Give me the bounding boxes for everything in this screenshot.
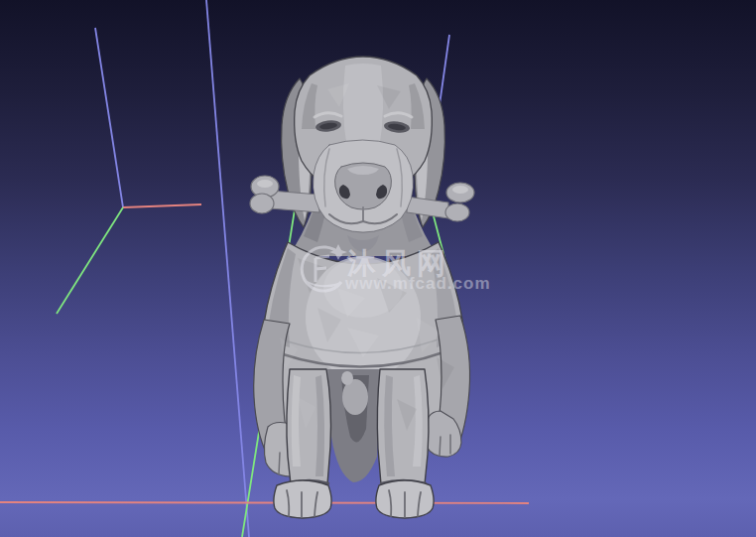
dog-front-leg-right <box>377 369 429 484</box>
dog-forehead-highlight <box>343 64 383 149</box>
bone-knob-left-bottom <box>250 194 274 213</box>
watermark-url-text: www.mfcad.com <box>344 274 491 293</box>
dog-front-leg-left <box>287 369 331 484</box>
dog-front-paw-right <box>376 480 434 518</box>
left-triad-pink-axis <box>123 204 201 207</box>
left-triad-blue-axis <box>95 28 123 207</box>
bone-shaft-left <box>270 191 319 212</box>
3d-viewport[interactable]: 沐风网 www.mfcad.com <box>0 0 756 537</box>
scene-canvas: 沐风网 www.mfcad.com <box>0 0 756 537</box>
dog-belly-bulge-small <box>341 371 353 385</box>
long-blue-line <box>206 0 249 537</box>
bottom-pink-line <box>0 502 529 503</box>
left-triad-green-axis <box>57 207 123 314</box>
bone-knob-right-bottom <box>445 203 469 221</box>
dog-front-paw-left <box>274 480 331 518</box>
